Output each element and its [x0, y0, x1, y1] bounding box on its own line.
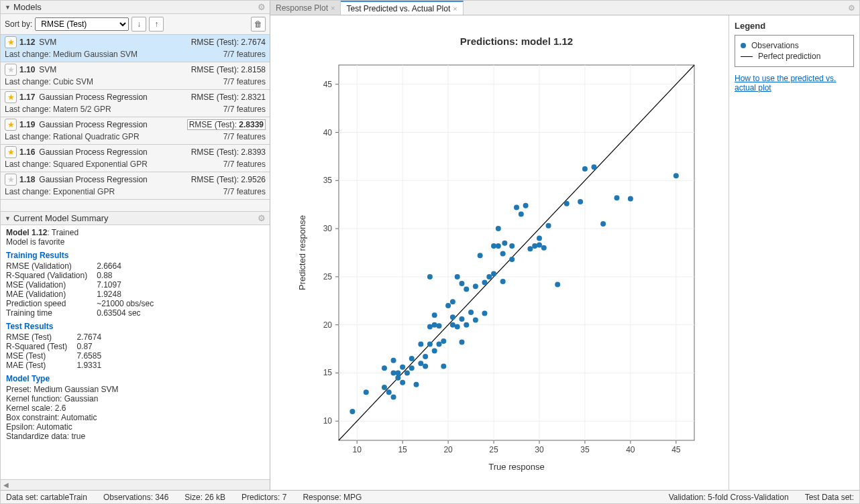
svg-point-108 — [509, 257, 515, 262]
svg-text:25: 25 — [323, 272, 332, 281]
svg-point-116 — [536, 235, 541, 241]
model-item[interactable]: ★1.19Gaussian Process RegressionRMSE (Te… — [1, 117, 270, 145]
chart-area: Predictions: model 1.1210152025303540451… — [270, 15, 729, 490]
model-item[interactable]: ★1.18Gaussian Process RegressionRMSE (Te… — [1, 172, 270, 200]
section-model-type: Model Type — [6, 374, 264, 383]
help-link[interactable]: How to use the predicted vs. actual plot — [735, 74, 854, 92]
favorite-star-icon[interactable]: ★ — [5, 146, 17, 158]
svg-point-85 — [449, 314, 455, 320]
svg-text:10: 10 — [352, 445, 362, 454]
gear-icon[interactable]: ⚙ — [258, 2, 266, 12]
model-last-change: Last change: Medium Gaussian SVM — [5, 50, 138, 59]
model-name: Gaussian Process Regression — [39, 147, 191, 157]
svg-text:20: 20 — [323, 320, 332, 330]
model-last-change: Last change: Rational Quadratic GPR — [5, 132, 140, 141]
tab[interactable]: Test Predicted vs. Actual Plot× — [341, 1, 463, 15]
metric-key: MAE (Validation) — [6, 290, 97, 299]
model-item[interactable]: ★1.16Gaussian Process RegressionRMSE (Te… — [1, 145, 270, 172]
model-item[interactable]: ★1.17Gaussian Process RegressionRMSE (Te… — [1, 90, 270, 117]
metric-value: 1.9248 — [97, 290, 154, 299]
model-id: 1.10 — [19, 65, 35, 74]
svg-point-57 — [386, 389, 391, 395]
collapse-triangle-icon[interactable]: ▼ — [5, 215, 11, 222]
svg-point-107 — [502, 241, 507, 246]
svg-point-63 — [400, 380, 405, 385]
model-last-change: Last change: Matern 5/2 GPR — [5, 105, 111, 114]
favorite-star-icon[interactable]: ★ — [5, 91, 17, 103]
favorite-star-icon[interactable]: ★ — [5, 36, 17, 48]
svg-point-66 — [409, 365, 414, 371]
model-features: 7/7 features — [223, 187, 266, 196]
gear-icon[interactable]: ⚙ — [848, 3, 855, 13]
svg-text:45: 45 — [323, 80, 332, 89]
metric-key: R-Squared (Validation) — [6, 271, 97, 280]
svg-point-125 — [614, 195, 619, 200]
model-item[interactable]: ★1.12SVMRMSE (Test): 2.7674Last change: … — [1, 35, 270, 62]
delete-button[interactable]: 🗑 — [251, 17, 266, 32]
status-dataset: Data set: cartableTrain — [6, 493, 87, 502]
model-type-line: Epsilon: Automatic — [6, 422, 264, 432]
sort-by-select[interactable]: RMSE (Test) — [35, 17, 129, 31]
metric-value: 2.7674 — [76, 332, 101, 342]
legend-box: Observations Perfect prediction — [735, 35, 854, 67]
svg-point-88 — [454, 274, 460, 279]
svg-text:Predictions: model 1.12: Predictions: model 1.12 — [460, 36, 572, 47]
svg-text:20: 20 — [443, 445, 453, 454]
svg-point-58 — [390, 394, 396, 399]
svg-point-111 — [518, 212, 523, 217]
model-item[interactable]: ★1.10SVMRMSE (Test): 2.8158Last change: … — [1, 62, 270, 90]
horizontal-scrollbar[interactable]: ◀ — [1, 479, 270, 490]
model-name: SVM — [39, 65, 191, 74]
svg-point-109 — [509, 243, 515, 249]
svg-point-71 — [423, 363, 428, 369]
sort-desc-button[interactable]: ↑ — [149, 17, 164, 32]
metric-value: 2.6664 — [97, 261, 154, 271]
svg-point-96 — [472, 284, 478, 289]
svg-point-99 — [482, 280, 487, 286]
svg-point-82 — [441, 338, 446, 344]
close-icon[interactable]: × — [331, 4, 335, 12]
model-name: Gaussian Process Regression — [39, 175, 191, 184]
sort-asc-button[interactable]: ↓ — [131, 17, 146, 32]
svg-point-100 — [486, 274, 492, 279]
svg-point-117 — [541, 245, 546, 251]
model-last-change: Last change: Exponential GPR — [5, 187, 115, 196]
models-panel-title: Models — [11, 2, 258, 12]
favorite-star-icon[interactable]: ★ — [5, 64, 17, 76]
metric-key: RMSE (Validation) — [6, 261, 97, 271]
svg-point-121 — [578, 199, 583, 204]
status-bar: Data set: cartableTrain Observations: 34… — [1, 490, 859, 503]
svg-point-119 — [555, 281, 560, 287]
collapse-triangle-icon[interactable]: ▼ — [5, 4, 11, 11]
svg-point-54 — [363, 389, 368, 395]
model-rmse: RMSE (Test): 2.8393 — [191, 147, 266, 157]
status-testdata: Test Data set: — [805, 493, 854, 502]
sort-by-label: Sort by: — [5, 19, 32, 29]
metric-value: 7.6585 — [76, 351, 101, 361]
favorite-star-icon[interactable]: ★ — [5, 119, 17, 131]
status-observations: Observations: 346 — [103, 493, 168, 502]
svg-point-118 — [545, 223, 551, 229]
status-size: Size: 26 kB — [184, 493, 225, 502]
close-icon[interactable]: × — [453, 5, 457, 13]
model-features: 7/7 features — [223, 132, 266, 141]
tab[interactable]: Response Plot× — [270, 1, 341, 15]
metric-key: MSE (Validation) — [6, 280, 97, 290]
model-type-line: Preset: Medium Gaussian SVM — [6, 385, 264, 394]
svg-point-81 — [441, 363, 446, 369]
svg-point-113 — [527, 246, 533, 251]
metric-key: MAE (Test) — [6, 361, 76, 370]
svg-text:35: 35 — [580, 445, 590, 454]
svg-point-87 — [454, 324, 460, 330]
model-id: 1.16 — [19, 147, 35, 157]
metric-key: Training time — [6, 308, 97, 318]
models-list[interactable]: ★1.12SVMRMSE (Test): 2.7674Last change: … — [1, 35, 270, 211]
favorite-star-icon[interactable]: ★ — [5, 174, 17, 186]
section-training-results: Training Results — [6, 251, 264, 260]
svg-point-93 — [464, 287, 469, 292]
gear-icon[interactable]: ⚙ — [258, 213, 266, 223]
model-id: 1.12 — [19, 38, 35, 47]
svg-point-122 — [582, 166, 587, 172]
tab-label: Test Predicted vs. Actual Plot — [346, 4, 450, 13]
svg-text:35: 35 — [323, 176, 332, 185]
